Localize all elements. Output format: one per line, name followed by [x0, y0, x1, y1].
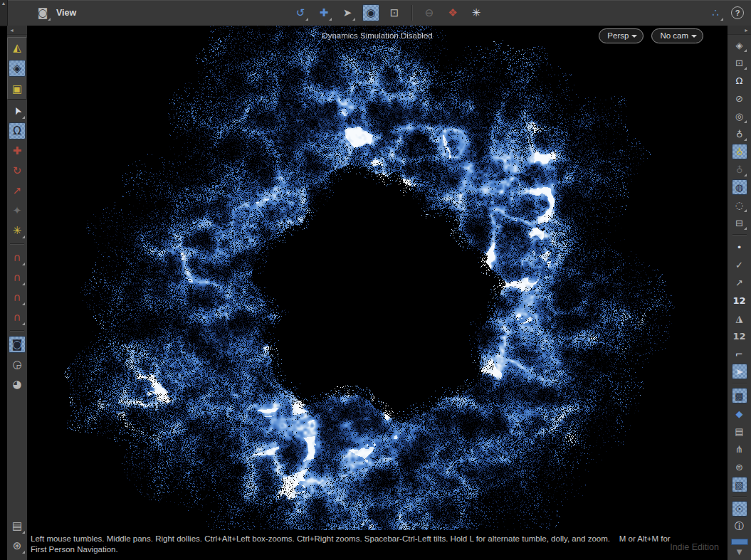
snapshot-icon[interactable]: ▧ [732, 477, 747, 492]
normal-lighting-icon[interactable]: ♀ [732, 126, 747, 142]
scroll-down-icon[interactable]: ▼ [737, 548, 742, 556]
snap-options-icon[interactable]: ∩ [9, 309, 26, 326]
camera-menu-button[interactable]: No cam [651, 28, 703, 43]
secure-selection-lock-icon[interactable]: Ω [9, 122, 26, 139]
select-mode-dynamics-icon[interactable]: ▣ [9, 80, 26, 97]
left-toolbar-stow[interactable]: ◄ [7, 26, 27, 35]
toolbar-separator [411, 5, 412, 21]
dolly-tool-icon[interactable]: ➤ [339, 4, 356, 21]
isolate-selection-icon[interactable]: ⊟ [732, 215, 747, 231]
scale-tool-icon[interactable]: ↗ [9, 182, 26, 199]
display-options-info-icon[interactable]: ⓘ [732, 519, 747, 534]
pane-type-camera-icon[interactable]: ◙ [34, 4, 51, 21]
select-tool-icon[interactable]: ➤ [9, 102, 26, 120]
help-icon[interactable]: ? [731, 6, 744, 19]
cursor-arrow-glyph: ➤ [10, 105, 23, 117]
pane-header: ◙ View [34, 0, 76, 26]
display-primitive-normals-icon[interactable]: ◮ [732, 310, 747, 326]
snap-points-icon[interactable]: ∩ [9, 289, 26, 306]
snap-grid-icon[interactable]: ∩ [9, 249, 26, 266]
render-region-icon[interactable]: ◶ [9, 356, 26, 373]
toolbar-separator [732, 234, 747, 235]
pose-tool-icon[interactable]: ✦ [9, 202, 26, 219]
pan-tool-icon[interactable]: ✚ [315, 4, 332, 21]
display-materials-icon[interactable]: ◆ [732, 406, 747, 421]
stow-left-icon[interactable]: ◄ [9, 28, 14, 33]
viewport-left-toolbar: ◄ ◭ ◈ ▣ ➤ Ω ✚ ↻ ↗ ✦ ✳ ∩ ∩ ∩ ∩ ◙ ◶ ◕ ▤ ⊛ [7, 26, 28, 560]
visualizers-icon[interactable]: ☉ [732, 501, 747, 517]
select-mode-objects-icon[interactable]: ◭ [9, 39, 26, 56]
houdini-window: ▲ ◙ View ↺ ✚ ➤ ◉ ⊡ ⊖ ❖ ✳ ∴ ? ◄ ◭ ◈ ▣ [0, 0, 751, 560]
select-visible-objects-icon[interactable]: ◉ [362, 4, 379, 21]
camera-controls: Persp No cam [599, 28, 703, 43]
bulb-shadow-glyph: ♀ [736, 164, 743, 175]
display-particle-sprites-icon[interactable]: ➤ [732, 364, 747, 379]
display-textures-icon[interactable]: ▩ [732, 388, 747, 403]
view-tool-state-icon[interactable]: ◙ [9, 336, 26, 353]
pane-title[interactable]: View [56, 8, 76, 18]
viewport-status-bar: Left mouse tumbles. Middle pans. Right d… [27, 530, 728, 560]
bulb-glyph: ♀ [736, 129, 743, 139]
smooth-shading-icon[interactable]: ◍ [732, 179, 747, 195]
display-point-normals-icon[interactable]: ✓ [732, 257, 747, 273]
stow-up-icon[interactable]: ▲ [1, 0, 6, 26]
bulb-plus-glyph: ♀ [736, 147, 743, 157]
edition-watermark: Indie Edition [670, 542, 719, 552]
right-toolbar-stow[interactable]: ► [728, 26, 751, 35]
shadowed-lighting-icon[interactable]: ♀ [732, 162, 747, 177]
pane-corner-controls: ∴ ? [707, 0, 744, 26]
snap-primitives-icon[interactable]: ∩ [9, 269, 26, 286]
pane-stow-strip[interactable]: ▲ [0, 0, 8, 26]
origin-axes-icon[interactable]: ⋔ [732, 441, 747, 457]
toolbar-separator [732, 383, 747, 384]
stow-right-icon[interactable]: ► [744, 28, 749, 33]
scene-viewport: Dynamics Simulation Disabled Persp No ca… [27, 26, 728, 530]
box-zoom-icon[interactable]: ⊡ [386, 4, 403, 21]
toolbar-scrollbar[interactable] [731, 539, 748, 545]
display-points-icon[interactable]: • [732, 239, 747, 255]
deactivate-tool-icon[interactable]: ⊖ [421, 4, 438, 21]
toolbar-separator [732, 496, 747, 497]
flipbook-icon[interactable]: ▤ [9, 517, 26, 534]
view-lock-icon[interactable]: Ω [732, 73, 747, 88]
view-mask-icon[interactable]: ⊜ [732, 459, 747, 475]
orientation-picker-icon[interactable]: ✳ [9, 222, 26, 239]
display-point-numbers-icon[interactable]: 12 [732, 292, 747, 308]
viewport-display-toolbar: ► ◈ ⊡ Ω ⊘ ◎ ♀ ♀ ♀ ◍ ◌ ⊟ • ✓ ↗ 12 ◮ 12 ⌐ … [727, 26, 751, 560]
navigation-help-text: Left mouse tumbles. Middle pans. Right d… [27, 530, 728, 555]
display-point-trails-icon[interactable]: ↗ [732, 275, 747, 290]
view-tool-options: ↺ ✚ ➤ ◉ ⊡ ⊖ ❖ ✳ [292, 0, 485, 26]
stereo-camera-icon[interactable]: ❖ [444, 4, 461, 21]
isolation-view-icon[interactable]: ⊡ [732, 55, 747, 70]
background-image-icon[interactable]: ▤ [732, 423, 747, 439]
headlight-only-icon[interactable]: ◎ [732, 108, 747, 124]
display-options-gear-icon[interactable]: ✳ [468, 4, 485, 21]
tumble-tool-icon[interactable]: ↺ [292, 4, 309, 21]
display-primitive-numbers-icon[interactable]: 12 [732, 328, 747, 344]
select-mode-components-icon[interactable]: ◈ [9, 60, 26, 77]
display-hulls-icon[interactable]: ⌐ [732, 346, 747, 361]
rotate-tool-icon[interactable]: ↻ [9, 162, 26, 179]
ghost-other-objects-icon[interactable]: ◌ [732, 197, 747, 213]
flipbook-viewer-icon[interactable]: ⊛ [9, 537, 26, 554]
toolbar-separator [10, 243, 24, 244]
linked-pane-icon[interactable]: ∴ [707, 4, 724, 21]
ipr-render-icon[interactable]: ◕ [9, 376, 26, 393]
viewport-canvas[interactable] [27, 26, 728, 530]
high-quality-lighting-icon[interactable]: ♀ [732, 144, 747, 159]
projection-menu-button[interactable]: Persp [599, 28, 644, 43]
translate-tool-icon[interactable]: ✚ [9, 142, 26, 159]
toolbar-separator [10, 330, 24, 331]
lighting-off-icon[interactable]: ⊘ [732, 90, 747, 106]
selection-mode-group: ◭ ◈ ▣ [7, 37, 27, 100]
visibility-menu-icon[interactable]: ◈ [732, 37, 747, 53]
viewport-top-toolbar: ▲ ◙ View ↺ ✚ ➤ ◉ ⊡ ⊖ ❖ ✳ ∴ ? [0, 0, 751, 26]
